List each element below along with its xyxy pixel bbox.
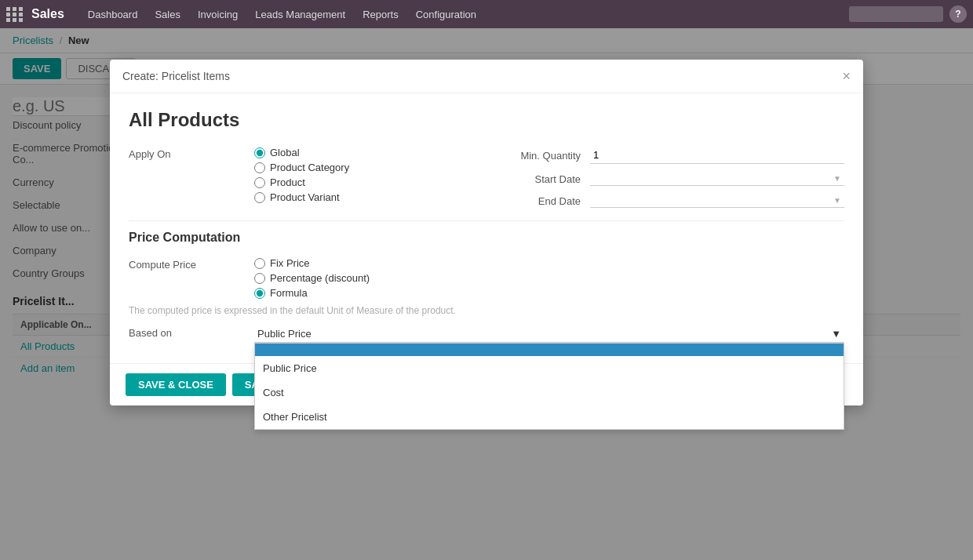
nav-dashboard[interactable]: Dashboard	[80, 5, 146, 24]
based-on-field[interactable]: Public Price ▼	[254, 325, 844, 343]
apply-on-label: Apply On	[129, 147, 254, 160]
based-on-dropdown-list: Public Price Cost Other Pricelist	[254, 343, 844, 430]
end-date-input[interactable]: ▼	[590, 194, 844, 208]
radio-global[interactable]: Global	[254, 147, 479, 158]
based-on-row: Based on Public Price ▼ Public Price Cos…	[129, 325, 844, 343]
based-on-option-cost[interactable]: Cost	[255, 380, 844, 405]
compute-price-row: Compute Price Fix Price Percentage (disc…	[129, 257, 844, 299]
radio-product-label: Product	[270, 176, 305, 188]
divider	[129, 220, 844, 221]
radio-product-category[interactable]: Product Category	[254, 162, 479, 173]
nav-reports[interactable]: Reports	[355, 5, 406, 24]
based-on-option-public-price[interactable]: Public Price	[255, 356, 844, 380]
apps-menu-icon[interactable]	[6, 7, 24, 22]
radio-product-variant-label: Product Variant	[270, 191, 340, 203]
radio-product-variant[interactable]: Product Variant	[254, 191, 479, 203]
brand-name: Sales	[31, 7, 64, 21]
topnav-right: ?	[849, 5, 967, 23]
compute-price-label: Compute Price	[129, 257, 254, 271]
right-fields: Min. Quantity Start Date ▼ End Date	[494, 147, 844, 208]
modal-main-title: All Products	[129, 109, 844, 131]
save-close-button[interactable]: SAVE & CLOSE	[126, 373, 226, 396]
nav-invoicing[interactable]: Invoicing	[190, 5, 246, 24]
radio-fix-price-label: Fix Price	[270, 257, 310, 269]
modal-overlay: Create: Pricelist Items × All Products A…	[0, 28, 973, 560]
apply-on-row: Apply On Global Product Category	[129, 147, 479, 203]
start-date-row: Start Date ▼	[494, 172, 844, 186]
create-pricelist-modal: Create: Pricelist Items × All Products A…	[110, 60, 863, 405]
apply-on-options: Global Product Category Product	[254, 147, 479, 203]
radio-product-category-label: Product Category	[270, 162, 349, 173]
min-quantity-row: Min. Quantity	[494, 147, 844, 164]
based-on-value: Public Price	[257, 328, 312, 340]
radio-formula-label: Formula	[270, 287, 308, 299]
modal-title: Create: Pricelist Items	[122, 70, 230, 82]
start-date-input[interactable]: ▼	[590, 172, 844, 186]
nav-leads[interactable]: Leads Management	[247, 5, 353, 24]
help-icon[interactable]: ?	[949, 5, 967, 23]
based-on-dropdown[interactable]: Public Price ▼ Public Price Cost Other P…	[254, 325, 844, 343]
start-date-arrow: ▼	[833, 174, 841, 183]
radio-global-label: Global	[270, 147, 300, 158]
based-on-arrow: ▼	[831, 328, 841, 340]
top-navigation: Sales Dashboard Sales Invoicing Leads Ma…	[0, 0, 973, 28]
nav-sales[interactable]: Sales	[147, 5, 188, 24]
modal-close-button[interactable]: ×	[842, 69, 851, 83]
price-computation-title: Price Computation	[129, 231, 844, 245]
based-on-label: Based on	[129, 325, 254, 339]
end-date-label: End Date	[494, 195, 581, 207]
end-date-arrow: ▼	[833, 196, 841, 205]
min-quantity-input[interactable]	[590, 147, 844, 164]
based-on-option-other-pricelist[interactable]: Other Pricelist	[255, 405, 844, 429]
apply-on-radio-group: Global Product Category Product	[254, 147, 479, 203]
modal-header: Create: Pricelist Items ×	[110, 60, 863, 93]
radio-percentage-label: Percentage (discount)	[270, 272, 370, 284]
radio-formula[interactable]: Formula	[254, 287, 844, 299]
modal-body: All Products Apply On Global	[110, 93, 863, 363]
end-date-row: End Date ▼	[494, 194, 844, 208]
compute-price-options: Fix Price Percentage (discount) Formula	[254, 257, 844, 299]
main-nav: Dashboard Sales Invoicing Leads Manageme…	[80, 5, 484, 24]
radio-product[interactable]: Product	[254, 176, 479, 188]
based-on-option-empty[interactable]	[255, 344, 844, 356]
radio-fix-price[interactable]: Fix Price	[254, 257, 844, 269]
info-text: The computed price is expressed in the d…	[129, 305, 844, 316]
start-date-label: Start Date	[494, 173, 581, 185]
nav-configuration[interactable]: Configuration	[408, 5, 484, 24]
min-quantity-label: Min. Quantity	[494, 150, 581, 162]
radio-percentage[interactable]: Percentage (discount)	[254, 272, 844, 284]
search-input[interactable]	[849, 6, 943, 22]
